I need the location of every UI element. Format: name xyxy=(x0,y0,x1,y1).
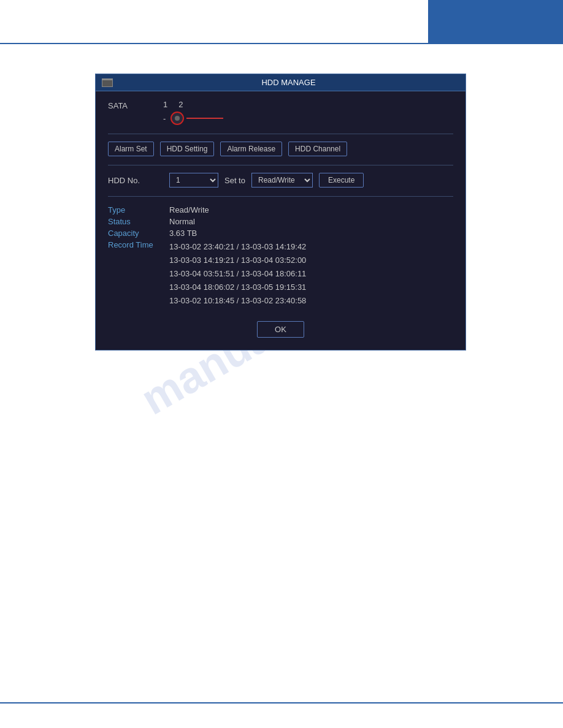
execute-button[interactable]: Execute xyxy=(319,173,364,188)
record-time-4: 13-03-02 10:18:45 / 13-03-02 23:40:58 xyxy=(169,294,453,308)
capacity-value: 3.63 TB xyxy=(169,227,453,239)
type-row: Type Read/Write xyxy=(108,204,453,216)
record-time-3: 13-03-04 18:06:02 / 13-03-05 19:15:31 xyxy=(169,281,453,294)
top-blue-decoration xyxy=(428,0,563,43)
record-times-list: 13-03-02 23:40:21 / 13-03-03 14:19:42 13… xyxy=(169,240,453,308)
hdd-manage-dialog: HDD MANAGE SATA 1 2 - xyxy=(95,74,466,351)
sata-disk-row: - xyxy=(163,112,223,125)
divider-1 xyxy=(108,134,453,134)
record-time-label: Record Time xyxy=(108,239,169,309)
svg-rect-1 xyxy=(102,80,112,86)
dialog-window-icon xyxy=(102,78,113,87)
record-time-row: Record Time 13-03-02 23:40:21 / 13-03-03… xyxy=(108,239,453,309)
record-time-2: 13-03-04 03:51:51 / 13-03-04 18:06:11 xyxy=(169,267,453,281)
sata-dash: - xyxy=(163,114,166,123)
action-buttons-row: Alarm Set HDD Setting Alarm Release HDD … xyxy=(108,142,453,156)
info-table: Type Read/Write Status Normal Capacity 3… xyxy=(108,204,453,309)
hdd-no-label: HDD No. xyxy=(108,176,163,185)
record-time-1: 13-03-03 14:19:21 / 13-03-04 03:52:00 xyxy=(169,254,453,267)
record-time-values: 13-03-02 23:40:21 / 13-03-03 14:19:42 13… xyxy=(169,239,453,309)
mode-select[interactable]: Read/Write Read Only Redundancy xyxy=(251,173,313,188)
ok-button[interactable]: OK xyxy=(257,321,304,338)
divider-2 xyxy=(108,165,453,165)
dialog-body: SATA 1 2 - Alarm xyxy=(96,91,465,350)
arrow-line xyxy=(186,118,223,119)
divider-3 xyxy=(108,196,453,197)
status-value: Normal xyxy=(169,216,453,227)
sata-label: SATA xyxy=(108,100,163,110)
hdd-no-select[interactable]: 1 2 3 4 xyxy=(169,173,218,188)
status-label: Status xyxy=(108,216,169,227)
top-divider-line xyxy=(0,43,563,44)
sata-numbers: 1 2 xyxy=(163,100,223,109)
capacity-label: Capacity xyxy=(108,227,169,239)
set-to-label: Set to xyxy=(224,176,245,185)
disk-inner xyxy=(175,116,180,121)
alarm-release-button[interactable]: Alarm Release xyxy=(220,142,282,156)
sata-columns: 1 2 - xyxy=(163,100,223,125)
hdd-setting-button[interactable]: HDD Setting xyxy=(160,142,215,156)
disk-circle-icon xyxy=(170,112,184,125)
hdd-channel-button[interactable]: HDD Channel xyxy=(288,142,347,156)
dialog-titlebar: HDD MANAGE xyxy=(96,74,465,91)
alarm-set-button[interactable]: Alarm Set xyxy=(108,142,154,156)
sata-row: SATA 1 2 - xyxy=(108,100,453,125)
sata-col2: 2 xyxy=(178,100,183,109)
bottom-divider-line xyxy=(0,702,563,703)
status-row: Status Normal xyxy=(108,216,453,227)
ok-row: OK xyxy=(108,321,453,338)
record-time-0: 13-03-02 23:40:21 / 13-03-03 14:19:42 xyxy=(169,240,453,254)
sata-col1: 1 xyxy=(163,100,167,109)
type-label: Type xyxy=(108,204,169,216)
hdd-no-row: HDD No. 1 2 3 4 Set to Read/Write Read O… xyxy=(108,173,453,188)
disk-icon-wrapper xyxy=(170,112,223,125)
capacity-row: Capacity 3.63 TB xyxy=(108,227,453,239)
type-value: Read/Write xyxy=(169,204,453,216)
dialog-title: HDD MANAGE xyxy=(118,78,459,87)
